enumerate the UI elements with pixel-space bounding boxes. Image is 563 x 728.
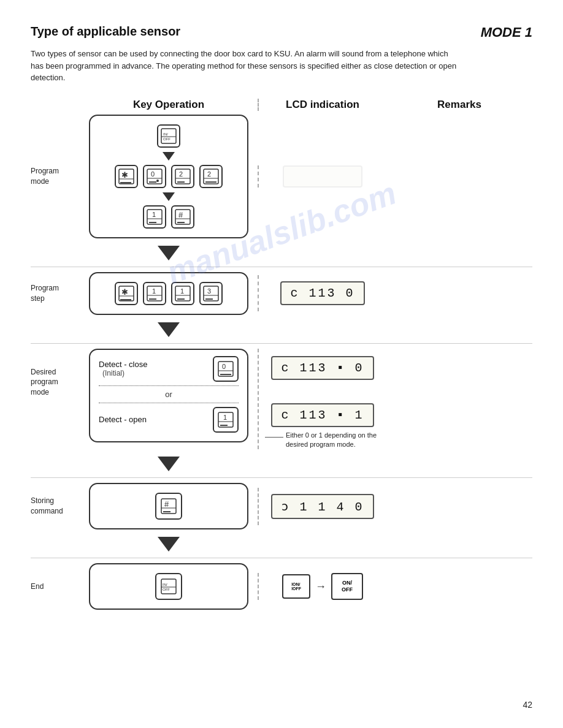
inoff-key[interactable]: IN/ OFF (157, 124, 180, 148)
arrow-3 (31, 452, 532, 476)
end-lcd-onoff-row: ⁞ON/⁞OFF → ON/OFF (282, 573, 363, 600)
end-key: IN/ OFF (80, 563, 258, 610)
program-step-key: ✱ ▬▬▬ 1 ▬▬ (80, 272, 258, 315)
num1-key-a[interactable]: 1 ▬▬ (143, 205, 166, 229)
svg-text:▬▬: ▬▬ (149, 220, 156, 224)
program-mode-section: Program mode IN/ OFF (31, 115, 532, 238)
svg-text:#: # (164, 499, 169, 509)
lcd-detect-close-wrapper: c 113 ▪ 0 (265, 356, 380, 380)
svg-text:0: 0 (222, 363, 226, 370)
end-onoff-large: ON/OFF (331, 573, 363, 600)
program-mode-lcd (258, 165, 380, 188)
detect-divider (99, 385, 239, 386)
storing-command-lcd: ɔ 1 1 4 0 (258, 488, 380, 525)
svg-rect-0 (161, 129, 176, 143)
desired-program-lcd: c 113 ▪ 0 c 113 ▪ 1 Either 0 or 1 depend… (258, 349, 380, 450)
svg-text:OFF: OFF (163, 137, 170, 141)
detect-close-row: Detect - close (Initial) 0 ▬▬▬ (99, 356, 239, 382)
num0-key[interactable]: 0 ▬▬ (143, 165, 166, 188)
hash-key-2[interactable]: # ▬▬ (155, 493, 182, 520)
svg-text:▬▬: ▬▬ (149, 297, 156, 300)
desired-program-key: Detect - close (Initial) 0 ▬▬▬ or (80, 349, 258, 442)
program-step-section: Program step ✱ ▬▬▬ 1 (31, 267, 532, 315)
storing-command-keybox: # ▬▬ (89, 483, 248, 529)
detect-close-label: Detect - close (99, 360, 147, 369)
detect-close-key[interactable]: 0 ▬▬▬ (213, 356, 239, 382)
page: manualslib.com Type of applicable sensor… (0, 0, 563, 728)
svg-text:▬▬▬: ▬▬▬ (120, 297, 131, 301)
program-mode-keybox: IN/ OFF ✱ (89, 115, 248, 238)
arrow-4 (31, 532, 532, 556)
arrow-2 (31, 317, 532, 342)
step-num3[interactable]: 3 ▬▬ (199, 282, 223, 305)
page-title: Type of applicable sensor (31, 25, 180, 39)
storing-command-section: Storing command # ▬▬ ɔ 1 1 4 0 (31, 477, 532, 529)
desired-program-label: Desired program mode (31, 349, 80, 398)
num2-key-b[interactable]: 2 ▬▬▬ (199, 165, 223, 188)
svg-text:▬▬: ▬▬ (177, 180, 185, 183)
detect-open-label: Detect - open (99, 415, 147, 424)
svg-text:1: 1 (152, 287, 156, 295)
step-num1-b[interactable]: 1 ▬▬ (171, 282, 194, 305)
svg-text:#: # (178, 210, 183, 219)
inoff-key-end[interactable]: IN/ OFF (155, 573, 182, 600)
detect-divider-2 (99, 403, 239, 403)
lcd-detect-open: c 113 ▪ 1 (271, 403, 373, 427)
svg-rect-58 (161, 579, 176, 594)
desired-program-section: Desired program mode Detect - close (Ini… (31, 343, 532, 450)
column-headers: Key Operation LCD indication Remarks (31, 99, 532, 111)
program-mode-label: Program mode (31, 166, 80, 187)
description: Two types of sensor can be used by conne… (31, 48, 460, 84)
end-keybox: IN/ OFF (89, 563, 248, 610)
mode-label: MODE 1 (481, 25, 532, 40)
end-section: End IN/ OFF ⁞ON/⁞OFF → (31, 558, 532, 610)
svg-text:IN/: IN/ (163, 583, 167, 586)
svg-text:▬▬: ▬▬ (220, 423, 228, 427)
star-key-2[interactable]: ✱ ▬▬▬ (115, 282, 138, 305)
detect-or: or (99, 390, 239, 399)
detect-box: Detect - close (Initial) 0 ▬▬▬ or (89, 349, 248, 442)
star-key[interactable]: ✱ ▬▬▬ (115, 165, 138, 188)
header-row: Type of applicable sensor MODE 1 (31, 25, 532, 40)
lcd-note-row: Either 0 or 1 depending on the desired p… (265, 431, 380, 450)
svg-text:2: 2 (179, 170, 183, 178)
svg-text:✱: ✱ (121, 287, 128, 297)
svg-text:✱: ✱ (121, 170, 128, 180)
svg-text:▬▬: ▬▬ (177, 220, 185, 224)
lcd-note-line (265, 437, 283, 438)
program-step-label: Program step (31, 283, 80, 304)
svg-text:▬▬▬: ▬▬▬ (120, 180, 131, 184)
step-num1-a[interactable]: 1 ▬▬ (143, 282, 166, 305)
svg-text:1: 1 (223, 414, 227, 421)
end-label: End (31, 582, 80, 592)
arrow-1 (31, 241, 532, 265)
svg-text:▬▬: ▬▬ (163, 509, 170, 513)
lcd-note-text: Either 0 or 1 depending on the desired p… (286, 431, 380, 450)
svg-text:2: 2 (207, 170, 211, 178)
inner-arrow-2 (163, 192, 175, 201)
svg-text:1: 1 (180, 287, 184, 295)
svg-text:▬▬: ▬▬ (149, 180, 156, 183)
end-onoff-small: ⁞ON/⁞OFF (282, 574, 310, 599)
header-lcd-indication: LCD indication (258, 99, 380, 111)
page-number: 42 (523, 700, 532, 710)
program-mode-top-row: IN/ OFF (157, 124, 180, 148)
program-step-row: ✱ ▬▬▬ 1 ▬▬ (115, 282, 223, 305)
storing-command-label: Storing command (31, 496, 80, 517)
inner-arrow-1 (163, 152, 175, 161)
header-key-operation: Key Operation (80, 99, 258, 111)
hash-key[interactable]: # ▬▬ (171, 205, 194, 229)
svg-text:IN/: IN/ (163, 132, 168, 136)
lcd-storing: ɔ 1 1 4 0 (271, 494, 373, 519)
program-step-keybox: ✱ ▬▬▬ 1 ▬▬ (89, 272, 248, 315)
storing-command-key: # ▬▬ (80, 483, 258, 529)
detect-close-sub: (Initial) (102, 369, 147, 377)
program-mode-key: IN/ OFF ✱ (80, 115, 258, 238)
svg-text:1: 1 (152, 211, 156, 218)
lcd-detect-close: c 113 ▪ 0 (271, 356, 373, 380)
program-mode-row2: ✱ ▬▬▬ 0 ▬▬ (115, 165, 223, 188)
header-remarks: Remarks (380, 99, 532, 111)
svg-text:0: 0 (151, 170, 155, 178)
detect-open-key[interactable]: 1 ▬▬ (213, 407, 239, 433)
num2-key-a[interactable]: 2 ▬▬ (171, 165, 194, 188)
